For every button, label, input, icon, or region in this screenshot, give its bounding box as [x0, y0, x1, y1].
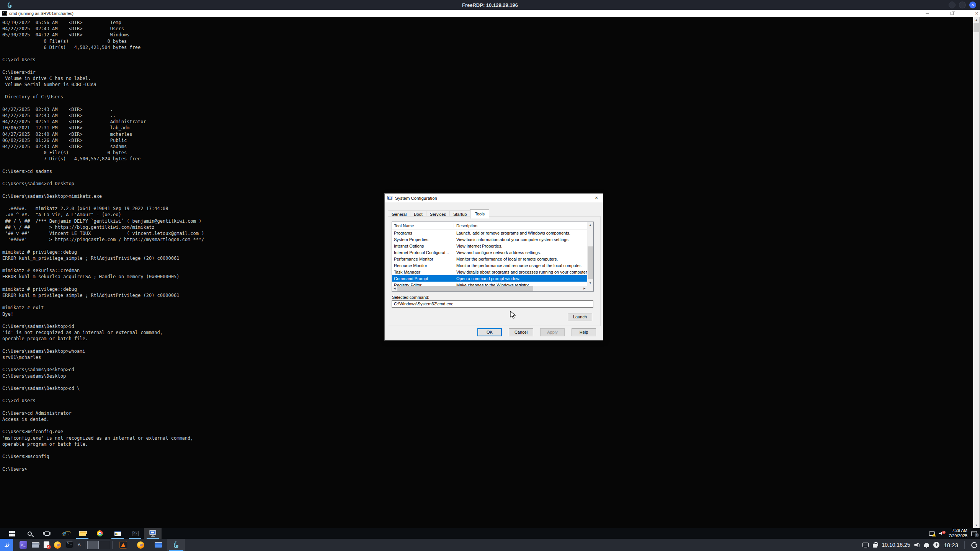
- orange-a-app-icon: [119, 541, 127, 549]
- power-manager-icon[interactable]: [933, 542, 939, 548]
- wm-titlebar: FreeRDP: 10.129.29.196 ✕: [0, 0, 980, 10]
- terminal-launcher[interactable]: $ _: [64, 539, 75, 551]
- volume-icon[interactable]: [914, 543, 920, 547]
- tools-list-row[interactable]: Registry Editor Make changes to the Wind…: [392, 282, 587, 286]
- file-explorer-icon: [79, 531, 86, 536]
- dialog-tab[interactable]: Tools: [470, 209, 489, 218]
- chevron-up-icon: ^: [78, 542, 81, 548]
- system-configuration-icon: [149, 530, 157, 537]
- dialog-title: System Configuration: [395, 196, 437, 201]
- chrome-icon: [97, 530, 103, 536]
- dialog-close-button[interactable]: ✕: [593, 195, 599, 201]
- tools-list-row[interactable]: System Properties View basic information…: [392, 236, 587, 243]
- tools-list-row[interactable]: Resource Monitor Monitor the performance…: [392, 262, 587, 269]
- file-explorer-button[interactable]: [74, 528, 91, 539]
- kali-clock[interactable]: 18:23: [944, 542, 958, 548]
- wm-title: FreeRDP: 10.129.29.196: [0, 2, 980, 8]
- folder-icon: [155, 542, 162, 548]
- terminal-scrollbar-thumb[interactable]: [973, 23, 979, 32]
- workspace-2[interactable]: [99, 541, 110, 549]
- dialog-titlebar[interactable]: System Configuration ✕: [385, 194, 603, 202]
- scroll-left-icon[interactable]: ◀: [392, 286, 397, 291]
- firefox-icon: [54, 541, 61, 549]
- msconfig-icon: [387, 196, 393, 201]
- terminal-scrollbar[interactable]: ▲ ▼: [973, 17, 980, 528]
- mouse-cursor: [510, 311, 518, 320]
- notification-center-icon[interactable]: 1: [971, 531, 977, 536]
- text-editor-launcher[interactable]: [41, 539, 52, 551]
- cmd-close-button[interactable]: ✕: [975, 11, 978, 16]
- scroll-up-icon[interactable]: ▲: [973, 17, 980, 23]
- file-manager-launcher[interactable]: [29, 539, 41, 551]
- windows-clock[interactable]: 7:29 AM 7/29/2025: [949, 528, 967, 539]
- tools-list-vscrollbar[interactable]: ▲ ▼: [587, 222, 593, 286]
- task-view-button[interactable]: [38, 528, 56, 539]
- vscrollbar-thumb[interactable]: [588, 246, 593, 279]
- wm-minimize-button[interactable]: [949, 2, 956, 8]
- tools-list-row[interactable]: Programs Launch, add or remove programs …: [392, 230, 587, 236]
- tools-list-header[interactable]: Tool Name Description: [392, 222, 593, 230]
- chrome-button[interactable]: [91, 528, 109, 539]
- cancel-button[interactable]: Cancel: [509, 328, 533, 336]
- windows-date: 7/29/2025: [949, 533, 967, 539]
- notification-badge: 1: [975, 533, 979, 537]
- scroll-down-icon[interactable]: ▼: [973, 522, 980, 528]
- window-button-app-a[interactable]: [114, 539, 132, 551]
- scroll-up-icon[interactable]: ▲: [587, 222, 593, 228]
- window-button-firefox[interactable]: [132, 539, 150, 551]
- selected-command-input[interactable]: C:\Windows\System32\cmd.exe: [392, 300, 593, 308]
- tools-list-row[interactable]: Performance Monitor Monitor the performa…: [392, 256, 587, 262]
- tools-list-rows: Programs Launch, add or remove programs …: [392, 230, 587, 286]
- tools-list-row[interactable]: Internet Protocol Configurat... View and…: [392, 249, 587, 256]
- column-description[interactable]: Description: [454, 223, 593, 228]
- help-button[interactable]: Help: [572, 328, 596, 336]
- command-prompt-icon: C:\_: [132, 531, 139, 536]
- search-icon: [28, 531, 32, 536]
- network-warning-icon[interactable]: [929, 531, 935, 536]
- cmd-restore-button[interactable]: [951, 12, 954, 15]
- panel-separator: [85, 541, 85, 549]
- logout-icon[interactable]: [971, 541, 978, 548]
- tools-listview: Tool Name Description Programs Launch, a…: [392, 222, 594, 292]
- system-configuration-button[interactable]: [144, 528, 162, 539]
- workspace-1[interactable]: [87, 541, 99, 549]
- vpn-lock-icon[interactable]: [873, 544, 877, 548]
- window-button-file-manager[interactable]: [150, 539, 167, 551]
- cmd-window-titlebar[interactable]: C:\ cmd (running as SRV01\mcharles) ✕: [0, 10, 980, 17]
- ethernet-icon[interactable]: [862, 543, 869, 547]
- volume-muted-icon[interactable]: ✕: [939, 531, 945, 536]
- window-button-freerdp[interactable]: [167, 539, 185, 551]
- windows-time: 7:29 AM: [949, 528, 967, 533]
- scroll-right-icon[interactable]: ▶: [582, 286, 587, 291]
- freerdp-session-screen: FreeRDP: 10.129.29.196 ✕ C:\ cmd (runnin…: [0, 0, 980, 551]
- ok-button[interactable]: OK: [477, 328, 502, 336]
- launch-button[interactable]: Launch: [568, 313, 592, 321]
- kali-dragon-icon: [2, 541, 11, 549]
- wm-maximize-button[interactable]: [959, 2, 966, 8]
- kali-menu-button[interactable]: [0, 539, 13, 551]
- panel-separator: [964, 541, 965, 549]
- start-button[interactable]: [3, 528, 21, 539]
- system-info-button[interactable]: [109, 528, 126, 539]
- wm-close-button[interactable]: ✕: [969, 2, 976, 8]
- tools-list-row[interactable]: Task Manager View details about programs…: [392, 269, 587, 275]
- system-configuration-dialog: System Configuration ✕ GeneralBootServic…: [384, 193, 603, 341]
- internet-explorer-button[interactable]: e: [56, 528, 74, 539]
- bell-icon[interactable]: [924, 543, 929, 547]
- tools-list-row[interactable]: Internet Options View Internet Propertie…: [392, 243, 587, 249]
- selected-command-label: Selected command:: [392, 295, 429, 300]
- vpn-ip-address[interactable]: 10.10.16.25: [882, 542, 910, 548]
- hscrollbar-thumb[interactable]: [397, 286, 533, 291]
- cmd-minimize-button[interactable]: [926, 13, 929, 14]
- scroll-down-icon[interactable]: ▼: [587, 280, 593, 286]
- taskbar-search-button[interactable]: [21, 528, 38, 539]
- scrollbar-corner: [587, 286, 593, 291]
- firefox-launcher[interactable]: [52, 539, 64, 551]
- tools-list-hscrollbar[interactable]: ◀ ▶: [392, 286, 587, 291]
- qterminal-launcher[interactable]: >_: [17, 539, 29, 551]
- command-prompt-button[interactable]: C:\_: [126, 528, 144, 539]
- column-tool-name[interactable]: Tool Name: [392, 223, 454, 228]
- panel-caret-button[interactable]: ^: [75, 539, 83, 551]
- freerdp-fish-icon: [173, 541, 179, 549]
- tools-list-row[interactable]: Command Prompt Open a command prompt win…: [392, 275, 587, 282]
